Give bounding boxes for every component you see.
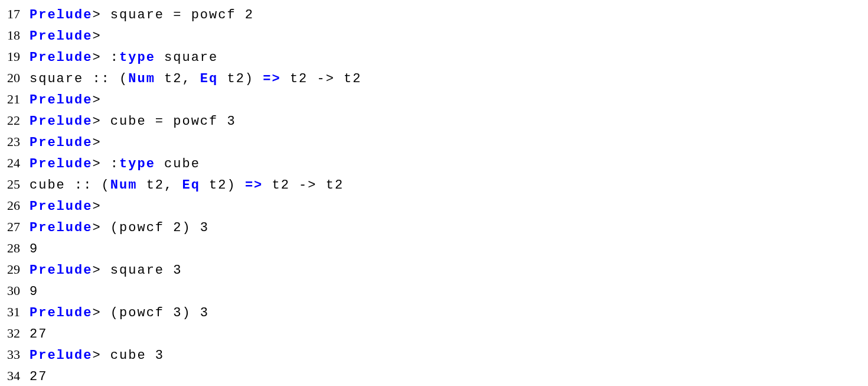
code-text: cube 3 <box>110 348 164 363</box>
code-line: 20 square :: (Num t2, Eq t2) => t2 -> t2 <box>0 67 868 89</box>
code-text: > <box>92 50 110 65</box>
code-content: 9 <box>30 239 38 260</box>
code-content: Prelude> :type square <box>30 47 218 69</box>
code-line: 23 Prelude> <box>0 131 868 153</box>
code-text: t2, <box>155 72 200 86</box>
code-text: > <box>92 306 110 320</box>
code-text: > <box>92 29 101 44</box>
code-line: 17 Prelude> square = powcf 2 <box>0 4 868 25</box>
code-line: 28 9 <box>0 238 868 259</box>
code-text: (powcf 2) 3 <box>110 220 209 235</box>
code-text: > <box>92 157 110 171</box>
code-text: square = powcf 2 <box>110 8 254 22</box>
code-text: > <box>92 93 101 108</box>
code-content: cube :: (Num t2, Eq t2) => t2 -> t2 <box>30 175 344 196</box>
code-text: 27 <box>30 369 47 384</box>
code-line: 22 Prelude> cube = powcf 3 <box>0 110 868 131</box>
prelude-keyword: Prelude <box>30 157 92 171</box>
prelude-keyword: Prelude <box>30 306 92 320</box>
code-text: cube :: ( <box>30 178 110 193</box>
code-line: 27 Prelude> (powcf 2) 3 <box>0 216 868 238</box>
code-listing: 17 Prelude> square = powcf 2 18 Prelude>… <box>0 4 868 386</box>
code-line: 34 27 <box>0 365 868 386</box>
code-content: Prelude> square = powcf 2 <box>30 5 254 26</box>
code-line: 32 27 <box>0 323 868 344</box>
code-text: t2) <box>218 72 263 86</box>
prelude-keyword: Prelude <box>30 263 92 278</box>
line-number: 23 <box>0 131 30 153</box>
code-line: 31 Prelude> (powcf 3) 3 <box>0 301 868 323</box>
code-text: square :: ( <box>30 72 128 86</box>
prelude-keyword: Prelude <box>30 8 92 22</box>
code-text: t2) <box>200 178 245 193</box>
eq-keyword: Eq <box>182 178 200 193</box>
code-text: > <box>92 263 110 278</box>
code-line: 29 Prelude> square 3 <box>0 259 868 280</box>
prelude-keyword: Prelude <box>30 29 92 44</box>
fat-arrow-keyword: => <box>245 178 263 193</box>
prelude-keyword: Prelude <box>30 50 92 65</box>
code-text: 9 <box>30 284 38 299</box>
code-text: (powcf 3) 3 <box>110 306 209 320</box>
code-text: > <box>92 220 110 235</box>
prelude-keyword: Prelude <box>30 220 92 235</box>
code-text: 27 <box>30 327 47 342</box>
code-line: 24 Prelude> :type cube <box>0 153 868 174</box>
line-number: 33 <box>0 344 30 365</box>
line-number: 24 <box>0 153 30 174</box>
fat-arrow-keyword: => <box>263 72 280 86</box>
code-line: 26 Prelude> <box>0 195 868 216</box>
code-content: Prelude> <box>30 132 102 154</box>
code-text: t2 -> t2 <box>263 178 344 193</box>
prelude-keyword: Prelude <box>30 348 92 363</box>
line-number: 26 <box>0 195 30 216</box>
line-number: 29 <box>0 259 30 280</box>
code-content: Prelude> cube = powcf 3 <box>30 111 236 132</box>
prelude-keyword: Prelude <box>30 199 92 214</box>
prelude-keyword: Prelude <box>30 114 92 129</box>
type-keyword: type <box>119 157 155 171</box>
line-number: 31 <box>0 301 30 323</box>
num-keyword: Num <box>110 178 138 193</box>
code-content: Prelude> square 3 <box>30 260 182 281</box>
code-content: Prelude> <box>30 26 102 47</box>
line-number: 22 <box>0 110 30 131</box>
code-line: 25 cube :: (Num t2, Eq t2) => t2 -> t2 <box>0 174 868 195</box>
line-number: 28 <box>0 238 30 259</box>
line-number: 20 <box>0 67 30 89</box>
line-number: 18 <box>0 25 30 46</box>
code-text: cube = powcf 3 <box>110 114 236 129</box>
line-number: 25 <box>0 174 30 195</box>
code-content: 9 <box>30 281 38 303</box>
line-number: 21 <box>0 89 30 110</box>
line-number: 19 <box>0 46 30 67</box>
code-line: 33 Prelude> cube 3 <box>0 344 868 365</box>
code-content: 27 <box>30 366 47 386</box>
line-number: 34 <box>0 365 30 386</box>
code-line: 21 Prelude> <box>0 89 868 110</box>
code-text: > <box>92 135 101 150</box>
num-keyword: Num <box>128 72 155 86</box>
eq-keyword: Eq <box>200 72 218 86</box>
code-content: Prelude> cube 3 <box>30 345 164 366</box>
code-text: > <box>92 8 110 22</box>
prelude-keyword: Prelude <box>30 135 92 150</box>
code-text: cube <box>155 157 200 171</box>
code-content: square :: (Num t2, Eq t2) => t2 -> t2 <box>30 69 362 90</box>
line-number: 30 <box>0 280 30 301</box>
code-text: square 3 <box>110 263 182 278</box>
code-text: : <box>110 157 119 171</box>
code-content: Prelude> <box>30 90 102 111</box>
code-content: Prelude> :type cube <box>30 154 200 175</box>
code-content: Prelude> (powcf 3) 3 <box>30 303 209 324</box>
line-number: 27 <box>0 216 30 238</box>
code-text: square <box>155 50 218 65</box>
code-text: 9 <box>30 242 38 257</box>
code-text: : <box>110 50 119 65</box>
code-text: > <box>92 199 101 214</box>
prelude-keyword: Prelude <box>30 93 92 108</box>
code-content: 27 <box>30 324 47 345</box>
code-text: > <box>92 348 110 363</box>
line-number: 32 <box>0 323 30 344</box>
code-text: > <box>92 114 110 129</box>
